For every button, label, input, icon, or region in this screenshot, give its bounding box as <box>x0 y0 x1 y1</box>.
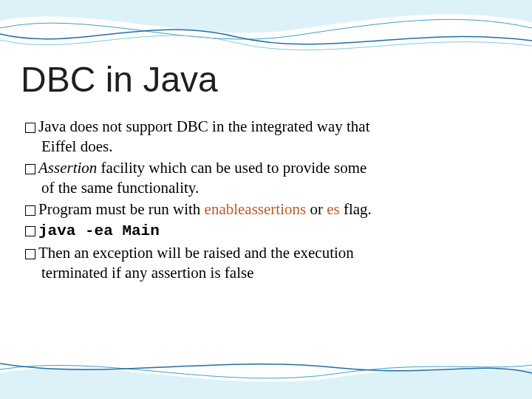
bullet-box-icon <box>25 226 35 236</box>
bullet-1-line1: Java does not support DBC in the integra… <box>38 117 370 135</box>
bullet-3-es: es <box>327 200 340 218</box>
bullet-1: Java does not support DBC in the integra… <box>25 117 502 157</box>
bullet-1-line2: Eiffel does. <box>41 137 112 155</box>
bullet-3-enableassertions: enableassertions <box>205 200 307 218</box>
bullet-5-line2: terminated if any assertion is false <box>41 264 254 282</box>
bullet-5: Then an exception will be raised and the… <box>25 243 502 283</box>
bullet-3-or: or <box>306 200 327 218</box>
slide-body: Java does not support DBC in the integra… <box>25 117 502 284</box>
bullet-2-line2: of the same functionality. <box>41 179 199 197</box>
bullet-3-pre: Program must be run with <box>38 200 205 218</box>
wave-top-decoration <box>0 0 532 59</box>
bullet-4: java -ea Main <box>25 220 502 242</box>
bullet-5-line1: Then an exception will be raised and the… <box>38 244 354 262</box>
bullet-3: Program must be run with enableassertion… <box>25 200 502 219</box>
bullet-box-icon <box>25 123 35 133</box>
bullet-box-icon <box>25 205 35 216</box>
bullet-3-end: flag. <box>340 200 372 218</box>
wave-bottom-decoration <box>0 355 532 399</box>
slide: DBC in Java Java does not support DBC in… <box>0 0 532 399</box>
bullet-2-assertion: Assertion <box>38 159 97 177</box>
slide-title: DBC in Java <box>21 59 218 100</box>
bullet-box-icon <box>25 249 35 259</box>
bullet-box-icon <box>25 164 35 174</box>
bullet-4-code: java -ea Main <box>38 222 160 239</box>
bullet-2: Assertion facility which can be used to … <box>25 158 502 198</box>
bullet-2-rest: facility which can be used to provide so… <box>97 159 366 177</box>
